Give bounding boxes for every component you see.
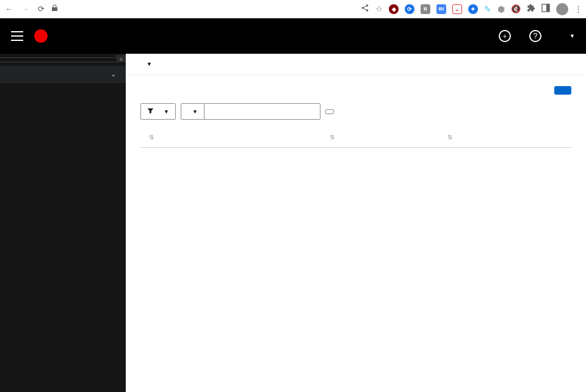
brand[interactable] [34,29,52,43]
sort-icon: ⇅ [149,134,154,140]
scroll-indicator-icon: ▲ [117,55,126,62]
ext-icon-3[interactable]: B [421,4,430,14]
nav-divider [0,57,126,58]
share-icon[interactable] [361,4,369,14]
browser-reload[interactable]: ⟳ [35,4,46,13]
browser-menu-icon[interactable]: ⋮ [574,4,582,13]
project-selector[interactable]: ▼ [126,54,586,75]
caret-down-icon: ▼ [164,109,169,115]
mute-icon[interactable]: 🔇 [511,4,521,13]
browser-chrome: ← → ⟳ ☆ ◆ ⟳ B Bt ⌄ ✦ ✎ ⬢ 🔇 ⋮ [0,0,586,18]
col-service[interactable]: ⇅ [439,126,557,148]
sort-icon: ⇅ [447,134,452,140]
nav-toggle[interactable] [11,31,23,41]
sort-icon: ⇅ [330,134,335,140]
browser-extensions: ☆ ◆ ⟳ B Bt ⌄ ✦ ✎ ⬢ 🔇 ⋮ [361,3,582,15]
extensions-icon[interactable] [527,4,535,14]
redhat-logo-icon [34,29,48,43]
panel-icon[interactable] [541,4,550,14]
help-icon[interactable]: ? [529,30,541,42]
address-bar[interactable] [51,4,356,13]
browser-avatar[interactable] [556,3,568,15]
keyboard-shortcut-hint[interactable] [325,109,334,114]
ext-icon-6[interactable]: ✦ [468,4,478,14]
lock-icon [51,4,58,13]
ext-icon-8[interactable]: ⬢ [497,4,505,14]
col-location[interactable]: ⇅ [321,126,439,148]
user-menu[interactable]: ▼ [567,33,575,39]
ext-icon-2[interactable]: ⟳ [405,4,414,14]
chevron-down-icon: ⌄ [111,71,116,78]
ublock-icon[interactable]: ◆ [389,4,399,14]
caret-down-icon: ▼ [146,61,152,67]
search-type-dropdown[interactable]: ▼ [181,103,204,120]
ext-icon-4[interactable]: Bt [436,4,446,14]
filter-icon [147,107,154,116]
svg-rect-1 [546,4,549,12]
browser-forward[interactable]: → [20,4,31,13]
masthead: ＋ ? ▼ [0,18,586,54]
pocket-icon[interactable]: ⌄ [452,4,462,14]
star-icon[interactable]: ☆ [375,4,383,13]
browser-back[interactable]: ← [4,4,15,13]
toolbar: ▼ ▼ [126,103,586,126]
caret-down-icon: ▼ [192,109,198,115]
create-route-button[interactable] [554,86,571,95]
col-status[interactable] [258,126,321,148]
filter-dropdown[interactable]: ▼ [140,103,176,120]
routes-table: ⇅ ⇅ ⇅ [140,126,571,148]
col-name[interactable]: ⇅ [140,126,258,148]
ext-icon-7[interactable]: ✎ [484,4,491,14]
caret-down-icon: ▼ [570,33,575,39]
sidebar: ▲ ⌄ [0,54,126,392]
main-content: ▼ ▼ ▼ [126,54,586,392]
nav-divider [0,62,126,62]
search-input[interactable] [204,103,320,120]
nav-section-networking[interactable]: ⌄ [0,66,126,83]
add-icon[interactable]: ＋ [499,30,511,42]
